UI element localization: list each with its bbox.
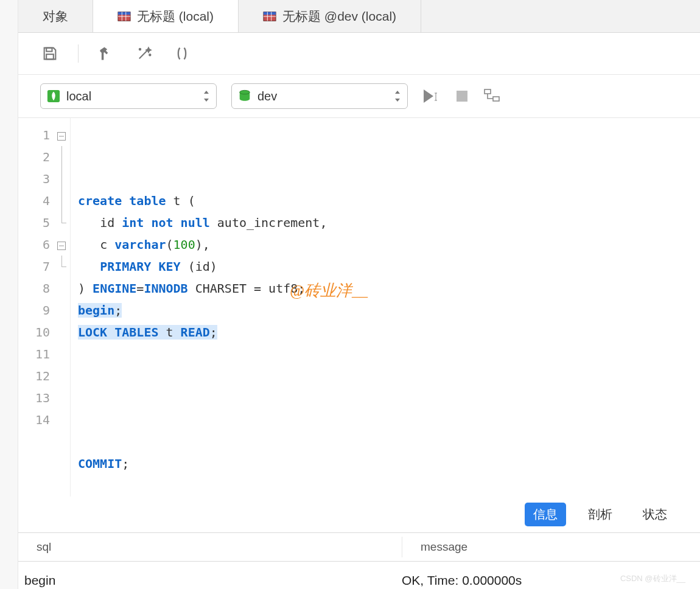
chevron-updown-icon bbox=[203, 91, 210, 102]
code-line: PRIMARY KEY (id) bbox=[78, 256, 700, 277]
line-number: 11 bbox=[18, 343, 50, 365]
tab-untitled-local[interactable]: 无标题 (local) bbox=[93, 0, 239, 32]
database-icon bbox=[238, 89, 251, 103]
result-tabs: 信息剖析状态 bbox=[18, 497, 700, 532]
result-header-sql: sql bbox=[18, 537, 402, 557]
code-line: begin; bbox=[78, 299, 700, 321]
code-line bbox=[78, 475, 700, 497]
tab-untitled-dev-local[interactable]: 无标题 @dev (local) bbox=[239, 0, 421, 32]
database-label: dev bbox=[257, 89, 277, 103]
query-grid-icon bbox=[263, 10, 276, 23]
result-table-header: sql message bbox=[18, 532, 700, 562]
svg-rect-11 bbox=[46, 54, 54, 59]
wand-icon[interactable] bbox=[135, 44, 154, 63]
code-area[interactable]: @砖业洋__ create table t ( id int not null … bbox=[71, 118, 700, 497]
code-line: ) ENGINE=INNODB CHARSET = utf8; bbox=[78, 277, 700, 299]
hammer-icon[interactable] bbox=[97, 44, 116, 63]
code-line: id int not null auto_increment, bbox=[78, 212, 700, 234]
connection-bar: local dev bbox=[18, 75, 700, 117]
result-tab[interactable]: 状态 bbox=[634, 503, 676, 526]
line-number: 2 bbox=[18, 146, 50, 168]
tab-label: 无标题 @dev (local) bbox=[282, 8, 396, 25]
line-number: 13 bbox=[18, 387, 50, 409]
svg-rect-18 bbox=[485, 89, 491, 94]
code-line bbox=[78, 409, 700, 431]
svg-point-12 bbox=[139, 49, 141, 50]
result-cell-sql: begin bbox=[18, 570, 402, 589]
svg-rect-17 bbox=[457, 91, 467, 102]
tab-label: 对象 bbox=[43, 8, 68, 25]
result-rows: beginOK, Time: 0.000000sLOCK TABLES t RE… bbox=[18, 562, 700, 589]
run-icon[interactable] bbox=[422, 88, 441, 104]
code-line: c varchar(100), bbox=[78, 234, 700, 256]
line-number: 14 bbox=[18, 409, 50, 431]
tab-label: 无标题 (local) bbox=[137, 8, 214, 25]
code-line bbox=[78, 431, 700, 453]
stop-icon[interactable] bbox=[455, 89, 469, 103]
sql-editor[interactable]: 1234567891011121314 @砖业洋__ create table … bbox=[18, 117, 700, 497]
code-line bbox=[78, 365, 700, 387]
query-grid-icon bbox=[117, 10, 131, 23]
leaf-icon bbox=[47, 89, 60, 103]
svg-rect-6 bbox=[264, 12, 276, 15]
connection-label: local bbox=[66, 89, 91, 103]
result-row[interactable]: beginOK, Time: 0.000000s bbox=[18, 570, 700, 589]
result-tab[interactable]: 剖析 bbox=[579, 503, 621, 526]
code-line: LOCK TABLES t READ; bbox=[78, 321, 700, 343]
code-line bbox=[78, 387, 700, 409]
line-number: 4 bbox=[18, 190, 50, 212]
footer-watermark: CSDN @砖业洋__ bbox=[620, 573, 685, 584]
connection-selector[interactable]: local bbox=[40, 83, 217, 109]
explain-plan-icon[interactable] bbox=[483, 88, 500, 104]
result-header-message: message bbox=[402, 537, 700, 557]
line-number: 8 bbox=[18, 277, 50, 299]
save-icon[interactable] bbox=[40, 44, 60, 63]
chevron-updown-icon bbox=[394, 91, 401, 102]
code-line bbox=[78, 343, 700, 365]
toolbar-divider bbox=[78, 44, 79, 63]
svg-rect-1 bbox=[118, 12, 130, 15]
database-selector[interactable]: dev bbox=[231, 83, 408, 109]
left-gutter-strip bbox=[0, 0, 18, 589]
toolbar bbox=[18, 33, 700, 75]
line-number: 9 bbox=[18, 299, 50, 321]
result-tab[interactable]: 信息 bbox=[525, 503, 566, 526]
line-number: 7 bbox=[18, 256, 50, 277]
code-line: COMMIT; bbox=[78, 453, 700, 475]
line-number: 10 bbox=[18, 321, 50, 343]
line-number: 6 bbox=[18, 234, 50, 256]
fold-gutter bbox=[55, 118, 71, 497]
document-tabs: 对象 无标题 (local) 无标题 @dev (local) bbox=[18, 0, 700, 33]
line-number: 3 bbox=[18, 168, 50, 190]
line-number: 1 bbox=[18, 124, 50, 146]
line-number-gutter: 1234567891011121314 bbox=[18, 118, 55, 497]
tab-objects[interactable]: 对象 bbox=[18, 0, 93, 32]
line-number: 12 bbox=[18, 365, 50, 387]
code-line: create table t ( bbox=[78, 190, 700, 212]
svg-point-13 bbox=[149, 54, 150, 55]
svg-rect-10 bbox=[46, 48, 52, 52]
parentheses-icon[interactable] bbox=[172, 44, 192, 63]
svg-rect-19 bbox=[493, 97, 499, 101]
line-number: 5 bbox=[18, 212, 50, 234]
